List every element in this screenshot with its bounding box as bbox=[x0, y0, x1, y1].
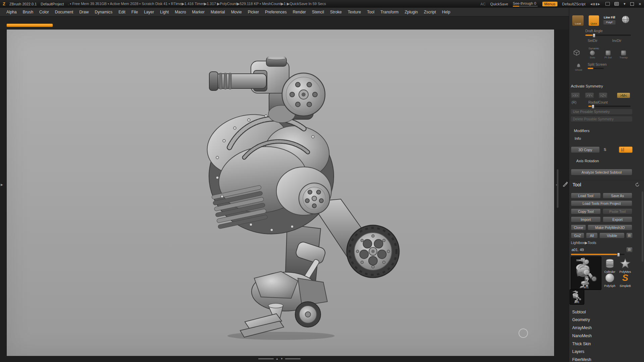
maximize-button[interactable] bbox=[630, 2, 634, 6]
s-value-input[interactable]: 1 bbox=[619, 146, 633, 153]
export-button[interactable]: Export bbox=[603, 217, 632, 222]
tool-thumbnail-a01[interactable]: a01 bbox=[571, 256, 601, 290]
modifiers-section[interactable]: Modifiers bbox=[574, 129, 590, 133]
tray-scrollbar[interactable] bbox=[642, 191, 643, 262]
lightbox-tools-link[interactable]: Lightbox▶Tools bbox=[571, 241, 596, 245]
menu-picker[interactable]: Picker bbox=[245, 10, 262, 14]
radialcount-slider[interactable] bbox=[588, 106, 631, 107]
line-fill-control[interactable]: Line Fill PolyF bbox=[601, 16, 618, 24]
menu-color[interactable]: Color bbox=[36, 10, 52, 14]
goz-visible-button[interactable]: Visible bbox=[599, 233, 625, 238]
goz-button[interactable]: GoZ bbox=[571, 233, 584, 238]
goz-all-button[interactable]: All bbox=[586, 233, 598, 238]
menu-macro[interactable]: Macro bbox=[172, 10, 189, 14]
tool-thumbnail-a01-small[interactable]: a01 bbox=[570, 289, 584, 305]
menu-alpha[interactable]: Alpha bbox=[3, 10, 20, 14]
load-tools-from-project-button[interactable]: Load Tools From Project bbox=[571, 200, 632, 206]
transp-button[interactable]: Transp bbox=[617, 50, 630, 59]
menu-dynamics[interactable]: Dynamics bbox=[92, 10, 115, 14]
see-through-track[interactable] bbox=[513, 6, 538, 7]
palette-geometry[interactable]: Geometry bbox=[569, 316, 644, 323]
3d-copy-button[interactable]: 3D Copy bbox=[571, 146, 600, 153]
draft-angle-slider[interactable] bbox=[585, 35, 631, 36]
info-section[interactable]: Info bbox=[575, 136, 581, 140]
load-tool-button[interactable]: Load Tool bbox=[571, 193, 601, 198]
goz-r-button[interactable]: R bbox=[626, 233, 633, 238]
split-screen-slider[interactable] bbox=[588, 68, 604, 69]
menu-stroke[interactable]: Stroke bbox=[327, 10, 345, 14]
canvas-vertical-scrollbar[interactable] bbox=[557, 169, 558, 208]
canvas-viewport[interactable] bbox=[7, 29, 554, 356]
tray-arrow-icons[interactable]: ◀▮▮▶ bbox=[590, 2, 601, 6]
palette-arraymesh[interactable]: ArrayMesh bbox=[569, 324, 644, 331]
use-posable-symmetry-button[interactable]: Use Posable Symmetry bbox=[571, 109, 632, 114]
symmetry-m-button[interactable]: >M< bbox=[617, 93, 630, 98]
menu-draw[interactable]: Draw bbox=[76, 10, 92, 14]
menu-zplugin[interactable]: Zplugin bbox=[401, 10, 421, 14]
palette-fibermesh[interactable]: FiberMesh bbox=[569, 356, 644, 362]
close-button[interactable]: × bbox=[639, 1, 641, 7]
polyframe-button[interactable]: PolyF bbox=[603, 20, 615, 24]
symmetry-x-button[interactable]: >X< bbox=[571, 93, 580, 98]
paste-tool-button[interactable]: Paste Tool bbox=[603, 208, 632, 214]
menu-tool[interactable]: Tool bbox=[364, 10, 377, 14]
axis-rotation-section[interactable]: Axis Rotation bbox=[576, 159, 599, 163]
quicksave-button[interactable]: QuickSave bbox=[490, 2, 508, 6]
tool-palette-pin-icon[interactable] bbox=[562, 181, 568, 187]
ghost-button[interactable]: Ghost bbox=[572, 63, 585, 71]
see-through-slider[interactable]: See-through 0 bbox=[513, 1, 538, 7]
analyze-selected-subtool-button[interactable]: Analyze Selected Subtool bbox=[571, 169, 632, 175]
palette-layers[interactable]: Layers bbox=[569, 348, 644, 355]
cube-icon[interactable] bbox=[573, 49, 580, 56]
menu-zscript[interactable]: Zscript bbox=[421, 10, 439, 14]
inventory-r-button[interactable]: R bbox=[626, 247, 633, 252]
pt-sel-button[interactable]: Pt Sel bbox=[602, 50, 614, 59]
grid-layout-icon[interactable] bbox=[614, 2, 619, 6]
canvas-bottom-handles[interactable]: ▲ ▼ bbox=[258, 357, 301, 360]
save-as-button[interactable]: Save As bbox=[603, 193, 632, 198]
menu-movie[interactable]: Movie bbox=[228, 10, 245, 14]
window-layout-icon[interactable] bbox=[605, 2, 610, 6]
clone-button[interactable]: Clone bbox=[571, 225, 586, 230]
tool-thumbnail-cylinder[interactable] bbox=[604, 258, 615, 269]
quick-sketch-button[interactable]: Quick bbox=[588, 15, 599, 26]
menu-render[interactable]: Render bbox=[290, 10, 309, 14]
canvas-nav-circle[interactable] bbox=[519, 328, 528, 338]
bottom-handle-bar[interactable] bbox=[285, 358, 301, 359]
tool-inventory-slider[interactable] bbox=[571, 254, 625, 255]
symmetry-z-button[interactable]: >Z< bbox=[599, 93, 607, 98]
solo-button[interactable]: Solo bbox=[586, 50, 599, 59]
symmetry-y-button[interactable]: >Y< bbox=[585, 93, 594, 98]
menu-help[interactable]: Help bbox=[439, 10, 453, 14]
local-symmetry-button[interactable]: Local bbox=[572, 15, 584, 26]
menu-stencil[interactable]: Stencil bbox=[309, 10, 327, 14]
scroll-down-icon[interactable]: ▼ bbox=[280, 357, 283, 360]
copy-tool-button[interactable]: Copy Tool bbox=[571, 208, 601, 214]
tool-thumbnail-polymesh-star[interactable] bbox=[620, 258, 631, 269]
menu-texture[interactable]: Texture bbox=[345, 10, 364, 14]
make-polymesh3d-button[interactable]: Make PolyMesh3D bbox=[588, 225, 632, 230]
tool-thumbnail-polysphere[interactable] bbox=[604, 272, 615, 284]
menus-toggle[interactable]: Menus bbox=[542, 2, 557, 6]
menu-preferences[interactable]: Preferences bbox=[262, 10, 290, 14]
split-screen-button[interactable]: Split Screen bbox=[588, 62, 607, 66]
menu-file[interactable]: File bbox=[128, 10, 141, 14]
invdir-button[interactable]: InvDir bbox=[612, 39, 621, 43]
setdir-button[interactable]: SetDir bbox=[588, 39, 597, 43]
bottom-handle-bar[interactable] bbox=[258, 358, 274, 359]
palette-thickskin[interactable]: Thick Skin bbox=[569, 340, 644, 348]
delete-posable-symmetry-button[interactable]: Delete Posable Symmetry bbox=[571, 116, 632, 122]
left-tray-divider-arrow[interactable]: ▶ bbox=[1, 183, 3, 186]
palette-nanomesh[interactable]: NanoMesh bbox=[569, 332, 644, 340]
menu-edit[interactable]: Edit bbox=[115, 10, 128, 14]
menu-document[interactable]: Document bbox=[52, 10, 76, 14]
scroll-up-icon[interactable]: ▲ bbox=[276, 357, 278, 360]
palette-subtool[interactable]: Subtool bbox=[569, 308, 644, 316]
menu-light[interactable]: Light bbox=[157, 10, 172, 14]
refresh-icon[interactable] bbox=[635, 182, 640, 187]
menu-material[interactable]: Material bbox=[208, 10, 228, 14]
menu-brush[interactable]: Brush bbox=[20, 10, 36, 14]
tool-palette-header[interactable]: Tool bbox=[569, 180, 644, 189]
menu-layer[interactable]: Layer bbox=[141, 10, 157, 14]
menu-transform[interactable]: Transform bbox=[377, 10, 401, 14]
